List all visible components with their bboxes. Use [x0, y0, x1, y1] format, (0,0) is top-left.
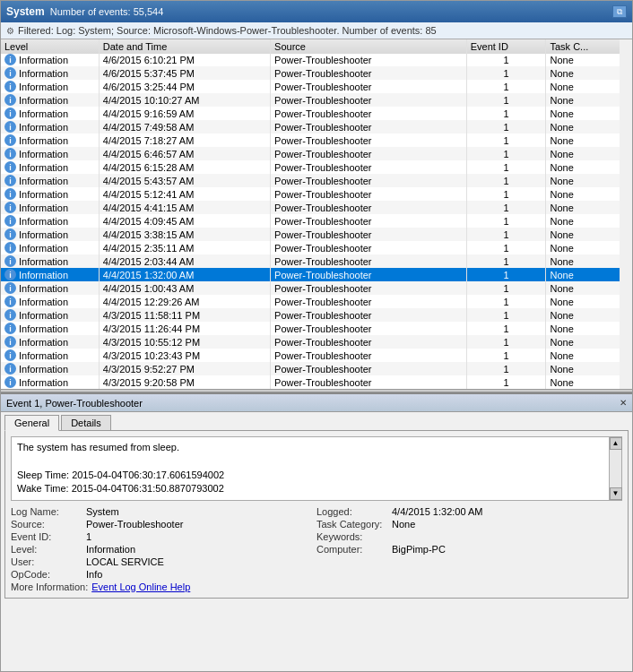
more-info-link[interactable]: Event Log Online Help: [91, 582, 190, 592]
cell-datetime: 4/4/2015 4:09:45 AM: [99, 214, 270, 228]
table-row[interactable]: iInformation4/3/2015 11:58:11 PMPower-Tr…: [1, 308, 620, 322]
cell-eventid: 1: [466, 308, 546, 322]
cell-eventid: 1: [466, 335, 546, 349]
cell-taskcat: None: [546, 308, 620, 322]
cell-eventid: 1: [466, 228, 546, 241]
cell-source: Power-Troubleshooter: [271, 53, 467, 66]
cell-taskcat: None: [546, 349, 620, 362]
cell-source: Power-Troubleshooter: [271, 349, 467, 362]
scrollbar-track: [611, 450, 621, 487]
cell-level: iInformation: [1, 174, 99, 187]
window-title: System: [6, 5, 45, 18]
cell-source: Power-Troubleshooter: [271, 187, 467, 201]
event-description-box: The system has resumed from sleep. Sleep…: [11, 436, 622, 501]
scrollbar-down-btn[interactable]: ▼: [610, 487, 622, 500]
task-category-label: Task Category:: [316, 519, 388, 530]
detail-col-left: Log Name: System Source: Power-Troublesh…: [11, 506, 316, 592]
table-row[interactable]: iInformation4/4/2015 1:00:43 AMPower-Tro…: [1, 281, 620, 295]
cell-source: Power-Troubleshooter: [271, 147, 467, 160]
scrollbar-up-btn[interactable]: ▲: [610, 437, 622, 450]
cell-taskcat: None: [546, 375, 620, 389]
detail-computer: Computer: BigPimp-PC: [316, 544, 622, 555]
cell-source: Power-Troubleshooter: [271, 160, 467, 174]
cell-datetime: 4/4/2015 7:18:27 AM: [99, 134, 270, 147]
detail-log-name: Log Name: System: [11, 506, 316, 517]
detail-logged: Logged: 4/4/2015 1:32:00 AM: [316, 506, 622, 517]
col-header-level[interactable]: Level: [1, 39, 99, 55]
cell-datetime: 4/3/2015 11:26:44 PM: [99, 322, 270, 335]
cell-taskcat: None: [546, 362, 620, 375]
table-row[interactable]: iInformation4/6/2015 3:25:44 PMPower-Tro…: [1, 80, 620, 93]
cell-level: iInformation: [1, 254, 99, 268]
table-row[interactable]: iInformation4/4/2015 7:18:27 AMPower-Tro…: [1, 134, 620, 147]
filter-text: Filtered: Log: System; Source: Microsoft…: [18, 25, 437, 36]
table-row[interactable]: iInformation4/4/2015 4:41:15 AMPower-Tro…: [1, 201, 620, 214]
col-header-taskcat[interactable]: Task C...: [546, 39, 620, 55]
tab-details[interactable]: Details: [61, 415, 111, 430]
cell-eventid: 1: [466, 362, 546, 375]
info-icon: i: [4, 94, 16, 106]
cell-level: iInformation: [1, 362, 99, 375]
cell-source: Power-Troubleshooter: [271, 335, 467, 349]
col-header-datetime[interactable]: Date and Time: [99, 39, 270, 55]
tab-general[interactable]: General: [4, 415, 59, 431]
table-row[interactable]: iInformation4/4/2015 2:03:44 AMPower-Tro…: [1, 254, 620, 268]
cell-datetime: 4/4/2015 5:43:57 AM: [99, 174, 270, 187]
cell-datetime: 4/4/2015 1:32:00 AM: [99, 268, 270, 281]
cell-level: iInformation: [1, 308, 99, 322]
cell-taskcat: None: [546, 187, 620, 201]
cell-taskcat: None: [546, 53, 620, 66]
cell-taskcat: None: [546, 134, 620, 147]
col-header-eventid[interactable]: Event ID: [466, 39, 546, 55]
user-value: LOCAL SERVICE: [86, 556, 164, 567]
cell-source: Power-Troubleshooter: [271, 241, 467, 254]
table-row[interactable]: iInformation4/4/2015 6:46:57 AMPower-Tro…: [1, 147, 620, 160]
cell-eventid: 1: [466, 93, 546, 107]
wake-time-text: Wake Time: 2015-04-04T06:31:50.887079300…: [17, 483, 224, 494]
table-row[interactable]: iInformation4/6/2015 6:10:21 PMPower-Tro…: [1, 53, 620, 66]
sleep-time-text: Sleep Time: 2015-04-04T06:30:17.60615940…: [17, 470, 224, 480]
cell-eventid: 1: [466, 241, 546, 254]
bottom-close-button[interactable]: ✕: [620, 398, 627, 408]
table-wrapper[interactable]: Level Date and Time Source Event ID Task…: [1, 39, 632, 389]
resize-button[interactable]: ⧉: [612, 5, 627, 18]
table-row[interactable]: iInformation4/4/2015 2:35:11 AMPower-Tro…: [1, 241, 620, 254]
cell-taskcat: None: [546, 147, 620, 160]
info-icon: i: [4, 363, 16, 375]
table-row[interactable]: iInformation4/4/2015 10:10:27 AMPower-Tr…: [1, 93, 620, 107]
cell-datetime: 4/4/2015 2:03:44 AM: [99, 254, 270, 268]
table-row[interactable]: iInformation4/3/2015 11:26:44 PMPower-Tr…: [1, 322, 620, 335]
table-row[interactable]: iInformation4/6/2015 5:37:45 PMPower-Tro…: [1, 66, 620, 80]
info-icon: i: [4, 81, 16, 92]
cell-level: iInformation: [1, 120, 99, 134]
table-row[interactable]: iInformation4/4/2015 3:38:15 AMPower-Tro…: [1, 228, 620, 241]
table-row[interactable]: iInformation4/4/2015 5:43:57 AMPower-Tro…: [1, 174, 620, 187]
cell-datetime: 4/3/2015 9:20:58 PM: [99, 375, 270, 389]
table-row[interactable]: iInformation4/3/2015 9:20:58 PMPower-Tro…: [1, 375, 620, 389]
desc-scrollbar[interactable]: ▲ ▼: [609, 437, 621, 500]
cell-level: iInformation: [1, 241, 99, 254]
table-row[interactable]: iInformation4/4/2015 4:09:45 AMPower-Tro…: [1, 214, 620, 228]
cell-taskcat: None: [546, 241, 620, 254]
table-row[interactable]: iInformation4/4/2015 12:29:26 AMPower-Tr…: [1, 295, 620, 308]
cell-source: Power-Troubleshooter: [271, 93, 467, 107]
col-header-source[interactable]: Source: [271, 39, 467, 55]
info-icon: i: [4, 148, 16, 159]
cell-source: Power-Troubleshooter: [271, 362, 467, 375]
table-row[interactable]: iInformation4/4/2015 9:16:59 AMPower-Tro…: [1, 107, 620, 120]
table-row[interactable]: iInformation4/3/2015 9:52:27 PMPower-Tro…: [1, 362, 620, 375]
table-row[interactable]: iInformation4/4/2015 6:15:28 AMPower-Tro…: [1, 160, 620, 174]
info-icon: i: [4, 228, 16, 240]
table-row[interactable]: iInformation4/4/2015 7:49:58 AMPower-Tro…: [1, 120, 620, 134]
detail-more-info: More Information: Event Log Online Help: [11, 582, 316, 592]
table-row[interactable]: iInformation4/4/2015 1:32:00 AMPower-Tro…: [1, 268, 620, 281]
cell-source: Power-Troubleshooter: [271, 322, 467, 335]
table-row[interactable]: iInformation4/3/2015 10:23:43 PMPower-Tr…: [1, 349, 620, 362]
cell-source: Power-Troubleshooter: [271, 174, 467, 187]
table-row[interactable]: iInformation4/4/2015 5:12:41 AMPower-Tro…: [1, 187, 620, 201]
cell-source: Power-Troubleshooter: [271, 281, 467, 295]
info-icon: i: [4, 54, 16, 65]
table-row[interactable]: iInformation4/3/2015 10:55:12 PMPower-Tr…: [1, 335, 620, 349]
detail-col-right: Logged: 4/4/2015 1:32:00 AM Task Categor…: [316, 506, 622, 592]
tab-content: The system has resumed from sleep. Sleep…: [4, 430, 629, 599]
